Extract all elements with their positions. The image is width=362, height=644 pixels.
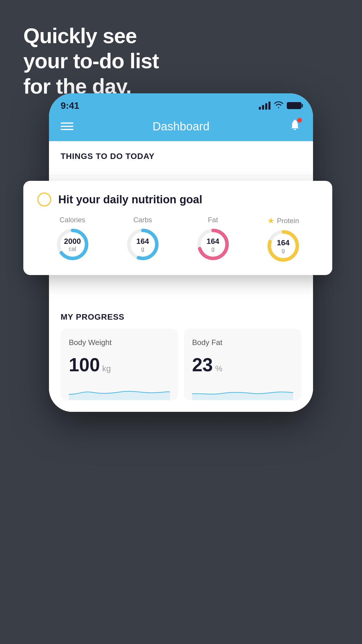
star-icon: ★ xyxy=(267,216,275,225)
body-fat-number: 23 xyxy=(192,354,213,376)
body-weight-number: 100 xyxy=(69,354,100,376)
progress-section: MY PROGRESS Body Weight 100 kg xyxy=(49,283,313,412)
protein-donut: 164 g xyxy=(266,228,301,263)
nutrition-fat: Fat 164 g xyxy=(196,216,231,262)
body-fat-unit: % xyxy=(215,364,222,373)
carbs-value: 164 g xyxy=(136,237,149,252)
progress-cards: Body Weight 100 kg Body Fat xyxy=(49,329,313,412)
card-title: Hit your daily nutrition goal xyxy=(58,193,202,206)
signal-icon xyxy=(259,102,270,110)
calories-donut: 2000 cal xyxy=(55,227,90,262)
app-header: Dashboard xyxy=(49,114,313,141)
notification-button[interactable] xyxy=(289,118,301,134)
hero-line1: Quickly see xyxy=(23,23,159,48)
wifi-icon xyxy=(274,101,283,111)
calories-value: 2000 cal xyxy=(64,237,81,252)
fat-donut: 164 g xyxy=(196,227,231,262)
card-header: Hit your daily nutrition goal xyxy=(37,192,318,206)
body-weight-chart xyxy=(69,383,170,400)
things-to-do-heading: THINGS TO DO TODAY xyxy=(49,141,313,167)
carbs-label: Carbs xyxy=(133,216,152,224)
body-weight-value: 100 kg xyxy=(69,354,170,376)
card-checkbox[interactable] xyxy=(37,192,51,206)
header-title: Dashboard xyxy=(152,120,210,133)
body-weight-unit: kg xyxy=(102,364,111,373)
body-weight-title: Body Weight xyxy=(69,338,170,347)
body-fat-value: 23 % xyxy=(192,354,293,376)
nutrition-circles: Calories 2000 cal Carbs xyxy=(37,216,318,263)
fat-label: Fat xyxy=(208,216,218,224)
menu-button[interactable] xyxy=(61,123,73,130)
nutrition-protein: ★ Protein 164 g xyxy=(266,216,301,263)
carbs-donut: 164 g xyxy=(125,227,160,262)
body-weight-card[interactable]: Body Weight 100 kg xyxy=(61,329,178,400)
body-fat-card[interactable]: Body Fat 23 % xyxy=(184,329,301,400)
spacer-top xyxy=(49,167,313,176)
fat-value: 164 g xyxy=(207,237,219,252)
status-bar: 9:41 xyxy=(49,93,313,114)
protein-label: ★ Protein xyxy=(267,216,299,225)
hero-line2: your to-do list xyxy=(23,48,159,74)
body-fat-title: Body Fat xyxy=(192,338,293,347)
notification-dot xyxy=(297,118,302,123)
progress-heading: MY PROGRESS xyxy=(49,312,313,329)
calories-label: Calories xyxy=(59,216,85,224)
hero-text: Quickly see your to-do list for the day. xyxy=(23,23,159,99)
nutrition-calories: Calories 2000 cal xyxy=(55,216,90,262)
protein-value: 164 g xyxy=(277,239,289,253)
nutrition-card: Hit your daily nutrition goal Calories 2… xyxy=(23,181,332,275)
status-icons xyxy=(259,101,301,111)
battery-icon xyxy=(287,102,301,109)
status-time: 9:41 xyxy=(61,100,79,111)
body-fat-chart xyxy=(192,383,293,400)
nutrition-carbs: Carbs 164 g xyxy=(125,216,160,262)
